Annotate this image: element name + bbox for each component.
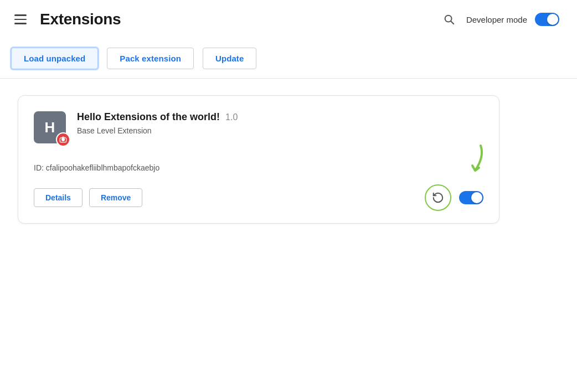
search-icon[interactable]	[440, 10, 458, 29]
details-button[interactable]: Details	[34, 188, 83, 207]
extension-icon-wrap: H	[34, 111, 66, 143]
card-right	[425, 184, 483, 211]
remove-button[interactable]: Remove	[89, 188, 142, 207]
extension-id: ID: cfalipoohakefliiblhmbapofckaebjo	[34, 163, 483, 172]
svg-line-1	[451, 21, 454, 24]
arrow-annotation-icon	[445, 140, 489, 190]
extension-name-row: Hello Extensions of the world! 1.0	[77, 111, 483, 123]
load-unpacked-button[interactable]: Load unpacked	[11, 48, 98, 69]
svg-point-2	[61, 138, 65, 141]
pack-extension-button[interactable]: Pack extension	[107, 48, 194, 69]
header: Extensions Developer mode	[0, 0, 577, 39]
extension-name: Hello Extensions of the world!	[77, 111, 220, 123]
main-content: H Hello Extensions of the world! 1.0 Bas…	[0, 79, 577, 240]
extension-card: H Hello Extensions of the world! 1.0 Bas…	[18, 95, 499, 224]
reload-button[interactable]	[425, 184, 451, 211]
page-title: Extensions	[40, 11, 121, 28]
card-bottom: Details Remove	[34, 184, 483, 211]
extension-version: 1.0	[225, 112, 238, 122]
extension-toggle[interactable]	[459, 191, 483, 204]
developer-mode-label: Developer mode	[466, 15, 527, 24]
extension-info: Hello Extensions of the world! 1.0 Base …	[77, 111, 483, 135]
hamburger-menu-icon[interactable]	[11, 11, 30, 28]
card-top: H Hello Extensions of the world! 1.0 Bas…	[34, 111, 483, 143]
header-left: Extensions	[11, 11, 121, 28]
header-right: Developer mode	[440, 10, 559, 29]
card-actions: Details Remove	[34, 188, 142, 207]
developer-mode-toggle[interactable]	[535, 13, 559, 26]
extension-toggle-knob	[471, 192, 482, 203]
extension-badge	[56, 132, 70, 147]
toggle-knob	[547, 14, 558, 25]
reload-button-wrap	[425, 184, 451, 211]
toolbar: Load unpacked Pack extension Update	[0, 39, 577, 78]
update-button[interactable]: Update	[203, 48, 256, 69]
extension-description: Base Level Extension	[77, 126, 483, 135]
